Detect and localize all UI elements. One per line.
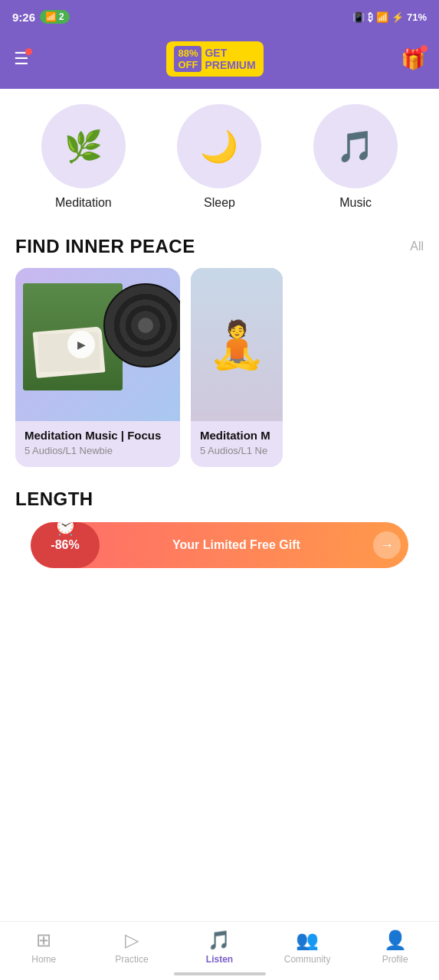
vinyl-record [103, 283, 180, 368]
card1-title: Meditation Music | Focus [25, 429, 171, 442]
play-button-overlay[interactable]: ▶ [67, 331, 95, 358]
meditation-person-image: 🧘 [191, 268, 283, 421]
wifi-badge: 📶 2 [40, 10, 70, 24]
nav-home[interactable]: ⊞ Home [17, 929, 70, 965]
clock-icon: ⏰ [52, 522, 79, 537]
status-right: 📳 ₿ 📶 ⚡ 71% [352, 11, 427, 23]
promo-arrow-icon: → [380, 537, 394, 554]
battery-level: 71% [407, 11, 427, 23]
battery-charging-icon: ⚡ [391, 11, 404, 23]
category-meditation-label: Meditation [55, 196, 112, 210]
wifi-count: 2 [59, 11, 64, 22]
find-inner-peace-all-link[interactable]: All [410, 240, 424, 253]
find-inner-peace-title: FIND INNER PEACE [15, 236, 195, 257]
promo-banner[interactable]: ⏰ -86% Your Limited Free Gift → [31, 522, 408, 568]
promo-percent-badge: ⏰ -86% [31, 522, 100, 568]
gift-button[interactable]: 🎁 [401, 47, 425, 71]
nav-practice-label: Practice [115, 954, 148, 965]
gift-notification-dot [421, 45, 428, 52]
wifi-icon: 📶 [45, 11, 57, 22]
listen-icon: 🎵 [208, 929, 231, 951]
meditation-icon: 🌿 [64, 129, 103, 165]
card1-info: Meditation Music | Focus 5 Audios/L1 New… [15, 421, 180, 467]
vibrate-icon: 📳 [352, 11, 365, 23]
category-meditation[interactable]: 🌿 Meditation [41, 104, 126, 210]
length-title: LENGTH [15, 488, 424, 510]
nav-practice[interactable]: ▷ Practice [105, 929, 159, 965]
home-icon: ⊞ [36, 929, 51, 951]
nav-listen[interactable]: 🎵 Listen [192, 929, 246, 965]
bluetooth-icon: ₿ [368, 11, 373, 23]
category-music[interactable]: 🎵 Music [313, 104, 398, 210]
header: ☰ 88%OFF GETPREMIUM 🎁 [0, 34, 439, 89]
vinyl-center [138, 318, 153, 333]
card1-subtitle: 5 Audios/L1 Newbie [25, 445, 171, 456]
find-inner-peace-header: FIND INNER PEACE All [0, 217, 439, 268]
community-icon: 👥 [296, 929, 319, 951]
category-music-circle: 🎵 [313, 104, 398, 188]
card1-image: ▶ [15, 268, 180, 421]
nav-profile-label: Profile [382, 954, 408, 965]
profile-icon: 👤 [384, 929, 407, 951]
menu-button[interactable]: ☰ [14, 51, 29, 67]
category-sleep-circle: 🌙 [177, 104, 261, 188]
music-icon: 🎵 [336, 129, 375, 165]
length-section: LENGTH ⏰ -86% Your Limited Free Gift → [0, 467, 439, 579]
menu-notification-dot [25, 48, 32, 55]
category-sleep[interactable]: 🌙 Sleep [177, 104, 261, 210]
card-meditation-focus[interactable]: ▶ Meditation Music | Focus 5 Audios/L1 N… [15, 268, 180, 467]
cards-row: ▶ Meditation Music | Focus 5 Audios/L1 N… [0, 268, 439, 467]
nav-community-label: Community [284, 954, 331, 965]
status-left: 9:26 📶 2 [12, 10, 70, 24]
category-meditation-circle: 🌿 [41, 104, 126, 188]
nav-listen-label: Listen [206, 954, 233, 965]
card2-subtitle: 5 Audios/L1 Ne [200, 445, 274, 456]
sleep-icon: 🌙 [200, 129, 238, 165]
category-music-label: Music [339, 196, 372, 210]
card-meditation-partial[interactable]: 🧘 Meditation M 5 Audios/L1 Ne [191, 268, 283, 467]
status-bar: 9:26 📶 2 📳 ₿ 📶 ⚡ 71% [0, 0, 439, 34]
premium-badge[interactable]: 88%OFF GETPREMIUM [166, 41, 263, 77]
category-sleep-label: Sleep [204, 196, 235, 210]
bottom-nav: ⊞ Home ▷ Practice 🎵 Listen 👥 Community 👤… [0, 921, 439, 980]
book-pages [33, 326, 106, 378]
status-time: 9:26 [12, 11, 35, 24]
nav-home-label: Home [31, 954, 56, 965]
main-content: 🌿 Meditation 🌙 Sleep 🎵 Music FIND INNER … [0, 89, 439, 671]
nav-profile[interactable]: 👤 Profile [369, 929, 422, 965]
promo-arrow-button[interactable]: → [373, 531, 401, 559]
nav-community[interactable]: 👥 Community [280, 929, 334, 965]
premium-cta-label: GETPREMIUM [205, 47, 255, 71]
signal-icon: 📶 [376, 11, 388, 23]
premium-off-label: 88%OFF [174, 46, 201, 72]
practice-icon: ▷ [125, 929, 139, 951]
promo-text: Your Limited Free Gift [100, 538, 373, 552]
home-indicator [174, 972, 266, 975]
card2-info: Meditation M 5 Audios/L1 Ne [191, 421, 283, 467]
card2-title: Meditation M [200, 429, 274, 442]
promo-percent-label: -86% [51, 538, 79, 552]
categories-row: 🌿 Meditation 🌙 Sleep 🎵 Music [0, 104, 439, 217]
card2-image: 🧘 [191, 268, 283, 421]
